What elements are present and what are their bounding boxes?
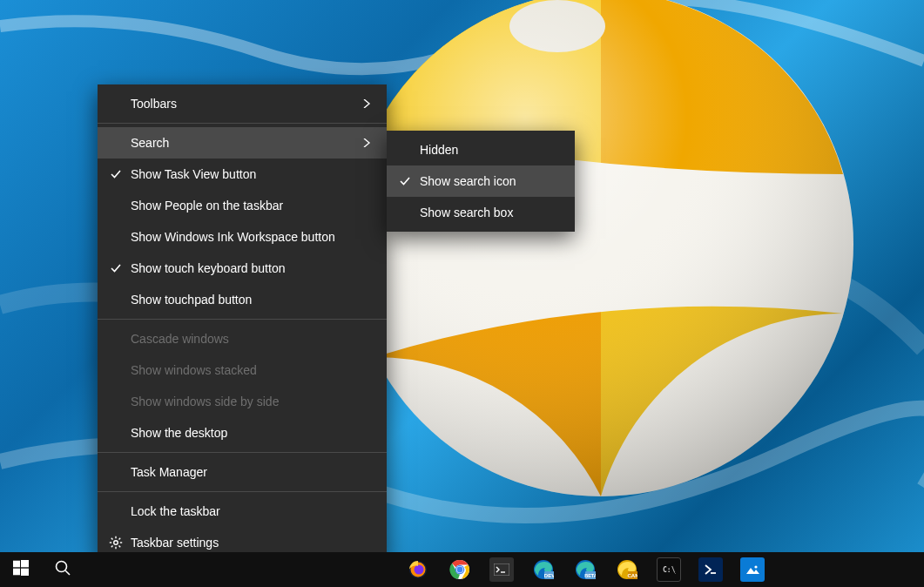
edge-dev-icon: DEV [531, 557, 556, 582]
taskbar-context-menu: Toolbars Search Show Task View button Sh… [98, 84, 387, 562]
menu-separator [98, 319, 387, 320]
spacer-icon [106, 502, 125, 521]
chevron-right-icon [359, 99, 374, 108]
search-submenu: Hidden Show search icon Show search box [387, 131, 575, 232]
spacer-icon [395, 140, 415, 159]
taskbar-app-chrome[interactable] [439, 552, 481, 587]
taskbar-app-terminal[interactable] [481, 552, 523, 587]
spacer-icon [106, 329, 125, 348]
menu-item-label: Search [131, 136, 338, 150]
svg-rect-25 [494, 563, 509, 576]
svg-point-2 [348, 0, 853, 496]
submenu-item-hidden[interactable]: Hidden [387, 134, 575, 165]
menu-item-label: Show windows side by side [131, 395, 338, 408]
edge-beta-icon: BETA [573, 557, 597, 582]
spacer-icon [106, 227, 125, 246]
spacer-icon [395, 203, 415, 222]
menu-item-label: Show Windows Ink Workspace button [131, 230, 338, 244]
menu-item-label: Show the desktop [131, 426, 338, 440]
cmd-icon: C:\_ [657, 557, 681, 582]
svg-line-9 [119, 546, 121, 548]
svg-line-10 [111, 546, 113, 548]
menu-item-task-manager[interactable]: Task Manager [98, 456, 387, 488]
spacer-icon [106, 462, 125, 482]
menu-separator [98, 452, 387, 453]
menu-item-label: Show search icon [420, 174, 563, 188]
menu-item-label: Lock the taskbar [131, 504, 338, 518]
taskbar-app-edge-dev[interactable]: DEV [523, 552, 564, 587]
menu-item-label: Hidden [420, 143, 563, 157]
menu-item-show-task-view[interactable]: Show Task View button [98, 159, 387, 190]
menu-item-side-by-side: Show windows side by side [98, 386, 387, 417]
svg-rect-12 [13, 561, 20, 568]
check-icon [395, 172, 415, 191]
menu-item-label: Show Task View button [131, 167, 338, 181]
menu-separator [98, 123, 387, 124]
menu-item-search[interactable]: Search [98, 127, 387, 159]
menu-item-show-ink[interactable]: Show Windows Ink Workspace button [98, 221, 387, 253]
check-icon [106, 259, 125, 278]
menu-item-label: Task Manager [131, 465, 338, 479]
svg-point-24 [457, 567, 463, 573]
svg-text:BETA: BETA [584, 573, 596, 578]
svg-text:CAN: CAN [628, 573, 638, 578]
menu-item-label: Show People on the taskbar [131, 199, 338, 213]
menu-item-cascade: Cascade windows [98, 323, 387, 354]
taskbar-app-cmd[interactable]: C:\_ [648, 552, 690, 587]
menu-item-label: Taskbar settings [131, 536, 338, 550]
taskbar-app-firefox[interactable] [397, 552, 439, 587]
check-icon [106, 165, 125, 184]
firefox-icon [406, 557, 430, 582]
menu-item-label: Show touchpad button [131, 293, 338, 307]
terminal-icon [489, 557, 514, 582]
menu-item-label: Show search box [420, 206, 563, 219]
menu-item-label: Show windows stacked [131, 363, 338, 377]
gear-icon [106, 533, 125, 552]
svg-line-8 [111, 538, 113, 540]
svg-point-16 [57, 562, 67, 572]
chrome-icon [448, 557, 472, 582]
spacer-icon [106, 94, 125, 113]
svg-point-40 [754, 565, 757, 568]
chevron-right-icon [359, 138, 374, 147]
spacer-icon [106, 133, 125, 152]
menu-item-toolbars[interactable]: Toolbars [98, 88, 387, 119]
taskbar-app-edge-canary[interactable]: CAN [606, 552, 648, 587]
spacer-icon [106, 290, 125, 309]
taskbar: DEV BETA CAN C:\_ [0, 552, 924, 587]
submenu-item-show-search-box[interactable]: Show search box [387, 197, 575, 228]
start-button[interactable] [0, 552, 42, 587]
svg-line-11 [119, 538, 121, 540]
svg-rect-15 [21, 569, 29, 576]
menu-item-show-touch-keyboard[interactable]: Show touch keyboard button [98, 253, 387, 284]
menu-item-label: Cascade windows [131, 332, 338, 346]
search-icon [54, 559, 71, 580]
photos-icon [740, 557, 765, 582]
menu-item-lock-taskbar[interactable]: Lock the taskbar [98, 496, 387, 527]
spacer-icon [106, 361, 125, 380]
svg-point-20 [415, 565, 424, 575]
svg-line-17 [65, 570, 70, 575]
taskbar-search-button[interactable] [42, 552, 84, 587]
menu-item-stacked: Show windows stacked [98, 354, 387, 386]
svg-rect-13 [21, 560, 29, 567]
spacer-icon [106, 423, 125, 442]
spacer-icon [106, 196, 125, 215]
taskbar-app-edge-beta[interactable]: BETA [564, 552, 606, 587]
svg-point-3 [114, 541, 118, 545]
menu-item-show-touchpad[interactable]: Show touchpad button [98, 284, 387, 315]
taskbar-app-photos[interactable] [732, 552, 773, 587]
taskbar-app-powershell[interactable] [690, 552, 732, 587]
svg-text:DEV: DEV [544, 573, 554, 578]
powershell-icon [698, 557, 723, 582]
menu-item-show-desktop[interactable]: Show the desktop [98, 417, 387, 449]
svg-text:C:\_: C:\_ [663, 566, 676, 574]
submenu-item-show-search-icon[interactable]: Show search icon [387, 165, 575, 197]
menu-item-label: Show touch keyboard button [131, 261, 338, 275]
menu-separator [98, 491, 387, 492]
menu-item-label: Toolbars [131, 97, 338, 111]
menu-item-show-people[interactable]: Show People on the taskbar [98, 190, 387, 221]
svg-rect-14 [13, 569, 20, 576]
spacer-icon [106, 392, 125, 411]
windows-logo-icon [13, 560, 29, 579]
